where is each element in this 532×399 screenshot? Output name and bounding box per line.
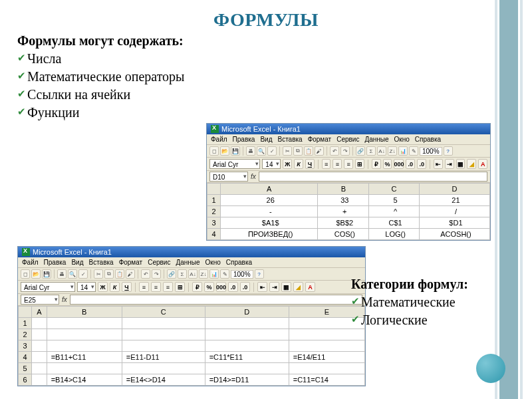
col-header[interactable]: C xyxy=(369,184,420,195)
menu-insert[interactable]: Вставка xyxy=(277,136,302,143)
help-icon[interactable]: ? xyxy=(444,146,453,156)
cell[interactable]: 21 xyxy=(419,195,489,206)
cell[interactable] xyxy=(122,340,205,352)
cell[interactable] xyxy=(32,340,47,352)
save-icon[interactable]: 💾 xyxy=(42,269,51,279)
formula-bar[interactable] xyxy=(70,295,362,305)
print-icon[interactable]: 🖶 xyxy=(246,146,255,156)
menu-tools[interactable]: Сервис xyxy=(148,259,170,266)
cell[interactable] xyxy=(289,363,364,374)
spellcheck-icon[interactable]: ✓ xyxy=(267,146,277,156)
menu-format[interactable]: Формат xyxy=(119,259,143,266)
menu-insert[interactable]: Вставка xyxy=(88,259,113,266)
cell[interactable] xyxy=(122,329,205,340)
fill-color-icon[interactable]: ◢ xyxy=(293,282,303,292)
cell[interactable] xyxy=(32,374,47,386)
percent-icon[interactable]: % xyxy=(383,159,392,169)
cut-icon[interactable]: ✂ xyxy=(94,269,103,279)
comma-icon[interactable]: 000 xyxy=(394,159,404,169)
new-icon[interactable]: ◻ xyxy=(21,269,30,279)
cell[interactable]: LOG() xyxy=(369,229,420,240)
cell[interactable] xyxy=(289,340,364,352)
menu-tools[interactable]: Сервис xyxy=(336,136,359,143)
paste-icon[interactable]: 📋 xyxy=(304,146,313,156)
col-header[interactable]: A xyxy=(32,307,47,318)
align-left-icon[interactable]: ≡ xyxy=(139,282,149,292)
fx-icon[interactable]: fx xyxy=(62,296,67,303)
row-header[interactable]: 5 xyxy=(19,363,32,374)
row-header[interactable]: 4 xyxy=(19,352,32,363)
select-all-corner[interactable] xyxy=(19,307,32,318)
underline-icon[interactable]: Ч xyxy=(305,159,315,169)
borders-icon[interactable]: ▦ xyxy=(456,159,466,169)
dec-decimal-icon[interactable]: .0 xyxy=(240,282,250,292)
cell[interactable]: =B14>C14 xyxy=(47,374,122,386)
indent-inc-icon[interactable]: ⇥ xyxy=(445,159,454,169)
row-header[interactable]: 1 xyxy=(19,318,32,329)
menu-data[interactable]: Данные xyxy=(176,259,200,266)
indent-dec-icon[interactable]: ⇤ xyxy=(434,159,443,169)
hyperlink-icon[interactable]: 🔗 xyxy=(167,269,176,279)
font-color-icon[interactable]: A xyxy=(305,282,315,292)
italic-icon[interactable]: К xyxy=(294,159,303,169)
formula-bar[interactable] xyxy=(259,172,487,182)
menu-view[interactable]: Вид xyxy=(71,259,83,266)
open-icon[interactable]: 📂 xyxy=(220,146,229,156)
row-header[interactable]: 3 xyxy=(19,340,32,352)
window-titlebar[interactable]: Microsoft Excel - Книга1 xyxy=(207,124,490,134)
cell[interactable]: $A1$ xyxy=(221,217,318,229)
inc-decimal-icon[interactable]: .0 xyxy=(228,282,238,292)
cell[interactable] xyxy=(205,340,289,352)
cell[interactable]: =B11+C11 xyxy=(47,352,122,363)
cell[interactable] xyxy=(205,329,289,340)
font-size-combo[interactable]: 14 xyxy=(77,282,96,292)
menubar[interactable]: Файл Правка Вид Вставка Формат Сервис Да… xyxy=(207,134,490,145)
undo-icon[interactable]: ↶ xyxy=(141,269,150,279)
row-header[interactable]: 1 xyxy=(207,195,221,206)
comma-icon[interactable]: 000 xyxy=(216,282,226,292)
menu-format[interactable]: Формат xyxy=(308,136,332,143)
cell[interactable]: =D14>=D11 xyxy=(205,374,289,386)
cell[interactable]: =C11=C14 xyxy=(289,374,364,386)
help-icon[interactable]: ? xyxy=(255,269,264,279)
cell[interactable]: 26 xyxy=(221,195,318,206)
row-header[interactable]: 3 xyxy=(207,217,221,229)
open-icon[interactable]: 📂 xyxy=(31,269,41,279)
spellcheck-icon[interactable]: ✓ xyxy=(78,269,88,279)
zoom-combo[interactable]: 100% xyxy=(420,147,442,156)
preview-icon[interactable]: 🔍 xyxy=(257,146,266,156)
merge-icon[interactable]: ⊞ xyxy=(355,159,364,169)
format-painter-icon[interactable]: 🖌 xyxy=(126,269,135,279)
cell[interactable]: 5 xyxy=(369,195,420,206)
print-icon[interactable]: 🖶 xyxy=(57,269,66,279)
cell[interactable]: + xyxy=(318,206,369,217)
inc-decimal-icon[interactable]: .0 xyxy=(406,159,415,169)
cell[interactable]: $B$2 xyxy=(318,217,369,229)
cell[interactable] xyxy=(32,352,47,363)
cell[interactable] xyxy=(122,363,205,374)
cut-icon[interactable]: ✂ xyxy=(283,146,292,156)
chart-icon[interactable]: 📊 xyxy=(209,269,219,279)
name-box[interactable]: D10 xyxy=(209,172,248,182)
save-icon[interactable]: 💾 xyxy=(231,146,240,156)
col-header[interactable]: D xyxy=(419,184,489,195)
redo-icon[interactable]: ↷ xyxy=(152,269,161,279)
borders-icon[interactable]: ▦ xyxy=(281,282,291,292)
font-name-combo[interactable]: Arial Cyr xyxy=(21,282,75,292)
cell[interactable] xyxy=(47,329,122,340)
col-header[interactable]: D xyxy=(205,307,289,318)
indent-dec-icon[interactable]: ⇤ xyxy=(257,282,267,292)
autosum-icon[interactable]: Σ xyxy=(178,269,187,279)
font-color-icon[interactable]: A xyxy=(478,159,487,169)
drawing-icon[interactable]: ✎ xyxy=(409,146,418,156)
cell[interactable]: $D1 xyxy=(419,217,489,229)
italic-icon[interactable]: К xyxy=(110,282,120,292)
col-header[interactable]: B xyxy=(47,307,122,318)
menu-data[interactable]: Данные xyxy=(364,136,388,143)
row-header[interactable]: 6 xyxy=(19,374,32,386)
copy-icon[interactable]: ⧉ xyxy=(293,146,303,156)
undo-icon[interactable]: ↶ xyxy=(330,146,339,156)
drawing-icon[interactable]: ✎ xyxy=(220,269,229,279)
menu-view[interactable]: Вид xyxy=(260,136,272,143)
underline-icon[interactable]: Ч xyxy=(122,282,132,292)
